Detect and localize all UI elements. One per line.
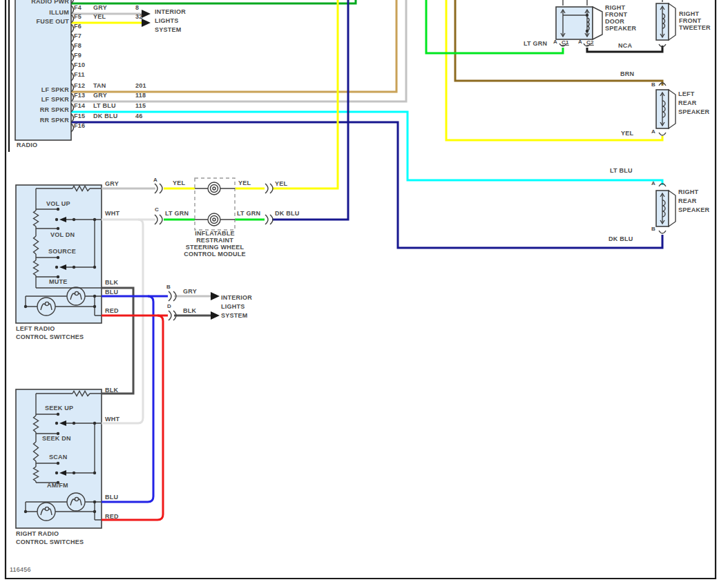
radio-func-label: RR SPKR <box>21 117 69 124</box>
wire-color-label: LT GRN <box>165 211 189 217</box>
speaker-horn-icon <box>593 7 602 39</box>
pin-letter: A <box>578 39 582 45</box>
radio-pin-label: F11 <box>74 72 85 78</box>
circuit-number: 118 <box>135 93 146 99</box>
interior-lights-arrows <box>142 10 220 320</box>
connector-id: C2 <box>586 40 594 46</box>
pin-letter: B <box>651 82 655 88</box>
switch-label: SOURCE <box>48 249 76 255</box>
radio-func-label: LF SPKR <box>21 97 69 103</box>
module-label: CONTROL MODULE <box>176 251 253 258</box>
switch-label: SEEK UP <box>45 405 73 411</box>
wire-color-label: WHT <box>105 416 119 423</box>
interior-lights-label: LIGHTS <box>221 304 245 310</box>
wire-color-label: GRY <box>93 5 107 11</box>
wire-color-label: YEL <box>93 14 106 20</box>
radio-func-label: FUSE OUT <box>21 19 69 25</box>
radio-pin-label: F14 <box>74 103 85 109</box>
wire-color-label: TAN <box>93 83 106 89</box>
pin-letter: A <box>651 181 655 186</box>
radio-pin-label: F15 <box>74 113 85 119</box>
wire-color-label: WHT <box>105 211 119 217</box>
arrow-icon <box>142 10 151 18</box>
wire-color-label: YEL <box>173 180 185 186</box>
interior-lights-label: INTERIOR <box>221 295 252 301</box>
pin-letter: B <box>651 226 655 232</box>
radio-pin-label: F9 <box>74 52 82 59</box>
right-switches-title: CONTROL SWITCHES <box>16 539 84 545</box>
wire-color-label: RED <box>105 514 119 520</box>
radio-func-label: RADIO PWR <box>21 0 69 5</box>
wire-color-label: BLK <box>105 280 118 286</box>
switch-label: SCAN <box>49 454 68 460</box>
radio-pin-label: F7 <box>74 33 82 39</box>
radio-pin-label: F16 <box>74 123 85 129</box>
circuit-number: 46 <box>135 113 143 119</box>
pin-letter: B <box>166 284 171 290</box>
wire-color-label: GRY <box>183 289 197 295</box>
wire-color-label: BLU <box>105 494 118 501</box>
door-speaker-label: SPEAKER <box>605 26 636 32</box>
pin-letter: D <box>167 304 171 309</box>
connector-id: C1 <box>562 40 569 46</box>
wire-color-label: BRN <box>620 71 634 77</box>
wire-color-label: YEL <box>275 181 287 187</box>
wire-color-label: NCA <box>618 43 632 49</box>
right-rear-speaker <box>656 184 676 233</box>
right-switches-title: RIGHT RADIO <box>16 531 59 537</box>
radio-func-label: LF SPKR <box>21 87 69 93</box>
left-rear-speaker-label: SPEAKER <box>678 109 709 115</box>
pin-letter: A <box>553 39 557 45</box>
wiring-diagram-canvas: RADIO PWR ILLUM FUSE OUT LF SPKR LF SPKR… <box>0 0 728 582</box>
door-speaker-label: RIGHT <box>605 5 625 11</box>
right-rear-speaker-label: RIGHT <box>678 189 698 195</box>
radio-pin-label: F4 <box>74 5 82 11</box>
wire-color-label: BLK <box>105 387 118 394</box>
tweeter-label: RIGHT <box>679 11 699 17</box>
switch-label: VOL DN <box>50 232 75 238</box>
wire-color-label: RED <box>105 308 119 314</box>
switch-label: VOL UP <box>46 201 70 207</box>
wires <box>71 0 662 520</box>
wire-yel-up <box>272 0 338 188</box>
radio-pin-label: F10 <box>74 62 85 68</box>
tweeter-label: TWEETER <box>679 25 711 31</box>
module-label: STEERING WHEEL <box>176 244 253 251</box>
left-switches-title: CONTROL SWITCHES <box>16 334 84 340</box>
wire-color-label: GRY <box>93 93 107 99</box>
module-label: RESTRAINT <box>176 237 253 244</box>
right-rear-speaker-label: SPEAKER <box>678 207 709 213</box>
interior-lights-label: SYSTEM <box>155 27 182 33</box>
diagram-number: 116456 <box>10 567 31 573</box>
wire-color-label: YEL <box>621 130 633 137</box>
radio-pin-label: F8 <box>74 43 82 49</box>
arrow-icon <box>142 19 151 27</box>
switch-label: AM/FM <box>47 483 68 489</box>
radio-func-label: ILLUM <box>21 10 69 16</box>
right-rear-speaker-label: REAR <box>678 198 697 204</box>
interior-lights-label: SYSTEM <box>221 313 248 319</box>
interior-lights-label: INTERIOR <box>155 9 186 15</box>
pin-letter: A <box>153 177 157 183</box>
clockspring-coil-icon <box>208 182 220 195</box>
radio-func-label: RR SPKR <box>21 107 69 113</box>
radio-box-label: RADIO <box>17 142 37 148</box>
door-speaker-label: FRONT <box>605 12 627 18</box>
right-front-tweeter <box>656 0 676 47</box>
wire-radio-pwr-green <box>71 0 356 3</box>
switch-label: MUTE <box>49 279 68 285</box>
speaker-horn-icon <box>669 3 676 40</box>
switch-label: SEEK DN <box>42 436 71 442</box>
radio-pin-label: F13 <box>74 93 85 99</box>
radio-pin-label: F12 <box>74 83 85 89</box>
steering-wheel-control-module <box>195 178 235 230</box>
wire-color-label: BLK <box>183 308 196 314</box>
wire-color-label: LT GRN <box>237 211 260 217</box>
interior-lights-label: LIGHTS <box>155 18 179 24</box>
wire-color-label: DK BLU <box>275 211 300 217</box>
wire-color-label: GRY <box>105 181 119 187</box>
wire-blu-branch-down <box>102 296 153 502</box>
left-rear-speaker-label: LEFT <box>678 91 695 97</box>
speaker-horn-icon <box>669 191 676 226</box>
speaker-horn-icon <box>669 90 676 128</box>
